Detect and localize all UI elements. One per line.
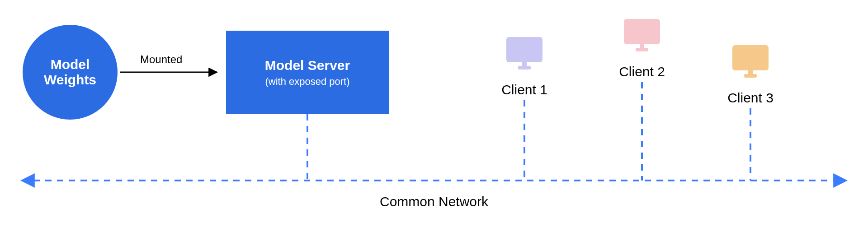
svg-rect-5 [744,74,757,78]
svg-rect-4 [748,70,753,74]
monitor-icon [732,45,769,70]
svg-rect-2 [640,44,644,48]
svg-rect-3 [636,48,648,51]
common-network-label: Common Network [0,194,868,209]
mounted-arrow-label: Mounted [140,53,182,66]
model-server-node: Model Server (with exposed port) [226,31,389,114]
model-weights-label-line2: Weights [44,72,96,88]
model-server-title: Model Server [265,58,350,73]
monitor-icon [624,19,660,44]
model-server-subtitle: (with exposed port) [265,76,349,88]
model-weights-label-line1: Model [44,57,96,73]
svg-rect-1 [518,66,531,69]
client-label-2: Client 2 [606,64,678,79]
client-label-1: Client 1 [488,82,561,97]
connections-layer [0,0,868,250]
client-label-3: Client 3 [714,90,787,106]
svg-rect-0 [522,62,527,66]
model-weights-node: Model Weights [23,25,118,120]
monitor-icon [506,37,542,62]
